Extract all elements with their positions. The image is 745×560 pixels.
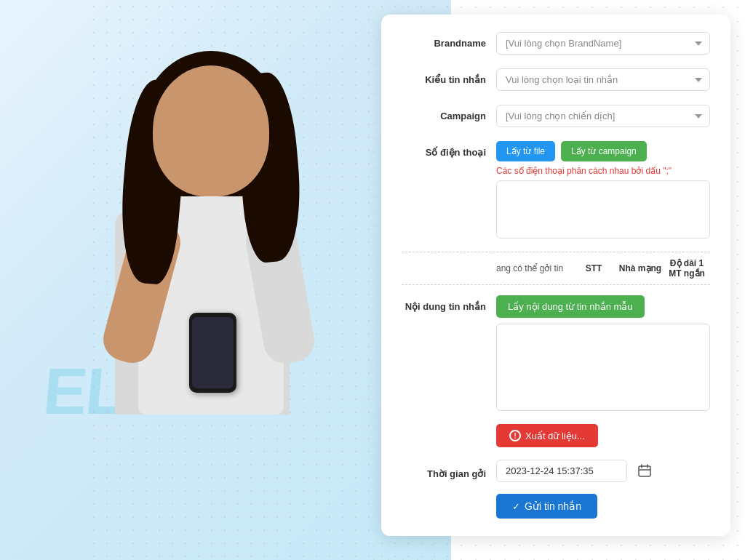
msg-textarea[interactable] bbox=[496, 324, 710, 411]
send-label: Gửi tin nhắn bbox=[525, 500, 581, 512]
export-row: ! Xuất dữ liệu... bbox=[402, 424, 710, 447]
table-carrier-text: ang có thể gởi tin bbox=[496, 263, 563, 273]
form-panel: Brandname [Vui lòng chọn BrandName] Kiểu… bbox=[381, 15, 730, 536]
phone-prop bbox=[189, 313, 236, 393]
export-icon: ! bbox=[509, 430, 521, 441]
phone-hint: Các số điện thoại phân cách nhau bởi dấu… bbox=[496, 166, 710, 176]
woman-figure bbox=[58, 36, 364, 560]
col-stt: STT bbox=[570, 263, 617, 273]
time-input-wrap bbox=[496, 459, 710, 482]
campaign-control: [Vui lòng chọn chiến dịch] bbox=[496, 105, 710, 127]
btn-file[interactable]: Lấy từ file bbox=[496, 141, 555, 161]
brandname-label: Brandname bbox=[402, 32, 496, 49]
btn-export[interactable]: ! Xuất dữ liệu... bbox=[496, 424, 598, 447]
msg-content-row: Nội dung tin nhắn Lấy nội dung từ tin nh… bbox=[402, 295, 710, 414]
person-body bbox=[87, 51, 335, 560]
col-length: Độ dài 1 MT ngắn bbox=[664, 258, 710, 279]
msg-content-control: Lấy nội dung từ tin nhắn mẫu bbox=[496, 295, 710, 414]
head bbox=[153, 65, 269, 196]
phone-textarea[interactable] bbox=[496, 180, 710, 239]
message-type-row: Kiểu tin nhắn Vui lòng chọn loại tin nhắ… bbox=[402, 68, 710, 95]
btn-get-template[interactable]: Lấy nội dung từ tin nhắn mẫu bbox=[496, 295, 645, 318]
message-type-control: Vui lòng chọn loại tin nhắn bbox=[496, 68, 710, 91]
phone-control: Lấy từ file Lấy từ campaign Các số điện … bbox=[496, 141, 710, 241]
page-wrapper: ELIJA bbox=[0, 0, 745, 560]
phone-label: Số điện thoại bbox=[402, 141, 496, 158]
send-check-icon: ✓ bbox=[512, 501, 520, 512]
calendar-icon-btn[interactable] bbox=[633, 459, 656, 482]
time-label: Thời gian gởi bbox=[402, 463, 496, 479]
time-input[interactable] bbox=[496, 460, 627, 482]
message-type-label: Kiểu tin nhắn bbox=[402, 68, 496, 85]
btn-campaign[interactable]: Lấy từ campaign bbox=[561, 141, 647, 161]
time-control bbox=[496, 459, 710, 482]
table-header-row: ang có thể gởi tin STT Nhà mạng Độ dài 1… bbox=[402, 252, 710, 285]
btn-send[interactable]: ✓ Gửi tin nhắn bbox=[496, 494, 597, 519]
phone-screen bbox=[192, 317, 234, 388]
brandname-select[interactable]: [Vui lòng chọn BrandName] bbox=[496, 32, 710, 55]
msg-content-label: Nội dung tin nhắn bbox=[402, 295, 496, 312]
campaign-row: Campaign [Vui lòng chọn chiến dịch] bbox=[402, 105, 710, 131]
brandname-control: [Vui lòng chọn BrandName] bbox=[496, 32, 710, 55]
brandname-row: Brandname [Vui lòng chọn BrandName] bbox=[402, 32, 710, 58]
svg-rect-0 bbox=[639, 466, 650, 476]
send-row: ✓ Gửi tin nhắn bbox=[402, 494, 710, 519]
export-label: Xuất dữ liệu... bbox=[525, 431, 585, 441]
phone-row-container: Số điện thoại Lấy từ file Lấy từ campaig… bbox=[402, 141, 710, 241]
col-carrier: Nhà mạng bbox=[617, 263, 664, 273]
campaign-select[interactable]: [Vui lòng chọn chiến dịch] bbox=[496, 105, 710, 127]
campaign-label: Campaign bbox=[402, 105, 496, 121]
message-type-select[interactable]: Vui lòng chọn loại tin nhắn bbox=[496, 68, 710, 91]
calendar-icon bbox=[637, 463, 652, 478]
phone-buttons-row: Lấy từ file Lấy từ campaign bbox=[496, 141, 710, 161]
time-row: Thời gian gởi bbox=[402, 457, 710, 484]
